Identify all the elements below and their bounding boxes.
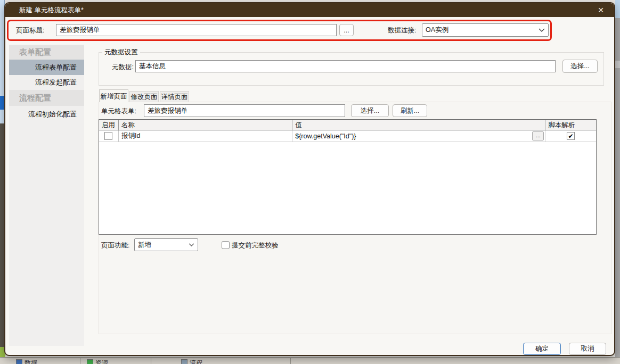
metadata-select-button[interactable]: 选择... (562, 60, 598, 73)
sidebar-item-process-form-config[interactable]: 流程表单配置 (9, 60, 84, 75)
page-title-input[interactable] (56, 24, 337, 36)
enabled-cell (99, 130, 119, 142)
ok-button[interactable]: 确定 (523, 343, 561, 355)
page-title-label: 页面标题: (16, 26, 44, 35)
tab-edit-page[interactable]: 修改页面 (129, 91, 159, 102)
full-validation-checkbox-label: 提交前完整校验 (232, 241, 279, 250)
background-tab-data[interactable]: 数据 (16, 359, 37, 364)
tab-detail-page[interactable]: 详情页面 (160, 91, 189, 102)
flow-icon (181, 359, 187, 364)
background-tab-label: 流程 (190, 359, 202, 364)
background-tab-process[interactable]: 流程 (181, 359, 202, 364)
script-parse-cell: ✔ (545, 130, 596, 142)
globe-icon (87, 359, 93, 364)
column-header-script-parse: 脚本解析 (545, 120, 596, 130)
dialog-titlebar[interactable]: 新建 单元格流程表单* ✕ (5, 3, 614, 17)
parameter-table: 启用 名称 值 脚本解析 报销Id ${row.getValue("Id")} … (99, 119, 597, 235)
value-cell: ${row.getValue("Id")} ... (292, 130, 545, 142)
data-connection-select[interactable]: OA实例 (422, 23, 549, 37)
table-row[interactable]: 报销Id ${row.getValue("Id")} ... ✔ (99, 130, 596, 142)
column-header-enabled: 启用 (99, 120, 119, 130)
page-function-select[interactable]: 新增 (134, 238, 198, 251)
page-function-value: 新增 (138, 241, 189, 250)
background-panel (615, 0, 620, 18)
check-icon: ✔ (568, 133, 574, 139)
data-table-icon (16, 359, 22, 364)
data-connection-label: 数据连接: (388, 26, 416, 35)
table-header-row: 启用 名称 值 脚本解析 (99, 120, 596, 130)
metadata-settings-legend: 元数据设置 (102, 48, 140, 57)
new-cell-process-form-dialog: 新建 单元格流程表单* ✕ 页面标题: ... 数据连接: OA实例 表单配置 … (4, 2, 615, 356)
background-tab-label: 资源 (95, 359, 108, 364)
tab-add-page[interactable]: 新增页面 (99, 89, 128, 102)
cell-form-input[interactable] (144, 104, 345, 117)
full-validation-checkbox[interactable] (222, 241, 230, 249)
chevron-down-icon (539, 28, 545, 32)
data-connection-value: OA实例 (426, 26, 539, 35)
tab-separator (290, 358, 291, 364)
sidebar-item-process-initialization-config[interactable]: 流程初始化配置 (9, 106, 84, 122)
metadata-label: 元数据: (112, 63, 134, 72)
tab-separator (151, 358, 151, 364)
value-expression: ${row.getValue("Id")} (295, 133, 356, 140)
background-tab-label: 数据 (25, 359, 37, 364)
sidebar-header-process-config: 流程配置 (9, 90, 84, 106)
config-sidebar: 表单配置 流程表单配置 流程发起配置 流程配置 流程初始化配置 (9, 45, 84, 346)
background-tab-strip: 数据 资源 流程 (0, 357, 620, 364)
name-cell: 报销Id (119, 130, 292, 142)
background-tab-resources[interactable]: 资源 (87, 359, 108, 364)
page-function-label: 页面功能: (101, 241, 129, 250)
sidebar-item-process-initiation-config[interactable]: 流程发起配置 (9, 75, 84, 90)
cell-form-label: 单元格表单: (101, 107, 136, 116)
sidebar-header-form-config: 表单配置 (9, 45, 84, 60)
enabled-checkbox[interactable] (104, 132, 112, 140)
tab-separator (80, 358, 80, 364)
column-header-name: 名称 (119, 120, 292, 130)
column-header-value: 值 (292, 120, 545, 130)
cancel-button[interactable]: 取消 (569, 343, 606, 355)
close-icon[interactable]: ✕ (592, 3, 610, 17)
page-title-browse-button[interactable]: ... (339, 24, 354, 36)
cell-form-select-button[interactable]: 选择... (351, 104, 389, 117)
metadata-input[interactable] (135, 60, 556, 72)
background-scrollbar[interactable] (615, 61, 620, 68)
background-window-right-edge (615, 0, 620, 364)
dialog-title: 新建 单元格流程表单* (19, 3, 84, 17)
script-parse-checkbox[interactable]: ✔ (567, 132, 575, 140)
chevron-down-icon (189, 243, 194, 247)
cell-form-refresh-button[interactable]: 刷新... (393, 104, 427, 117)
background-app-icon (0, 96, 4, 110)
value-browse-button[interactable]: ... (532, 131, 544, 140)
